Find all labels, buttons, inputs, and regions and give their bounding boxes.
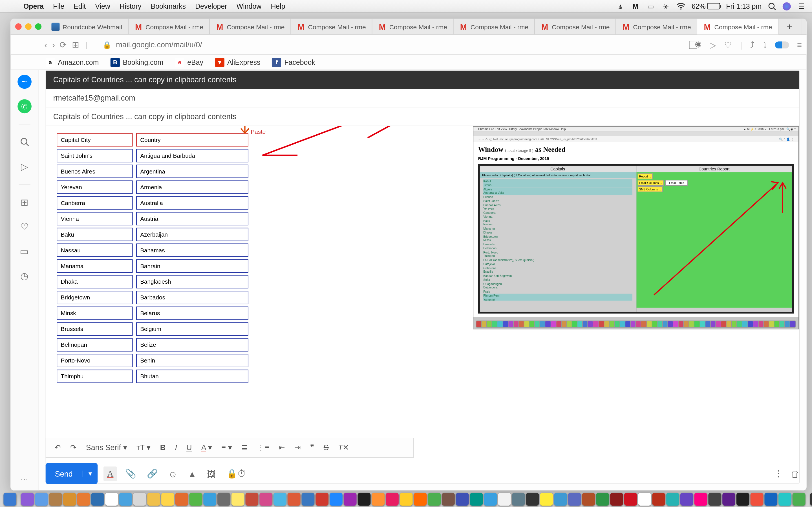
bookmark-item[interactable]: ▾AliExpress bbox=[215, 57, 260, 67]
menu-edit[interactable]: Edit bbox=[69, 2, 91, 10]
browser-tab[interactable]: MCompose Mail - rme bbox=[210, 18, 291, 34]
drive-button[interactable]: ▲ bbox=[186, 466, 199, 481]
dock-app-icon[interactable] bbox=[666, 493, 679, 506]
forward-button[interactable]: › bbox=[52, 40, 55, 50]
dock-app-icon[interactable] bbox=[596, 493, 609, 506]
attach-button[interactable]: 📎 bbox=[123, 466, 139, 481]
dock-app-icon[interactable] bbox=[737, 493, 749, 506]
bluetooth-icon[interactable]: ⚹ bbox=[661, 1, 670, 11]
app-menu[interactable]: Opera bbox=[18, 2, 48, 10]
vpn-toggle[interactable] bbox=[775, 41, 789, 48]
dock-app-icon[interactable] bbox=[540, 493, 553, 506]
dock-app-icon[interactable] bbox=[302, 493, 315, 506]
mcafee-icon[interactable]: M bbox=[631, 1, 640, 11]
font-select[interactable]: Sans Serif ▾ bbox=[84, 442, 130, 453]
menu-history[interactable]: History bbox=[115, 2, 146, 10]
link-button[interactable]: 🔗 bbox=[144, 466, 160, 481]
menubar-clock[interactable]: Fri 1:13 pm bbox=[726, 2, 762, 10]
dock-app-icon[interactable] bbox=[624, 493, 637, 506]
battery-indicator[interactable]: 62% bbox=[692, 2, 720, 10]
menu-window[interactable]: Window bbox=[232, 2, 266, 10]
menu-developer[interactable]: Developer bbox=[191, 2, 232, 10]
dock-app-icon[interactable] bbox=[161, 493, 174, 506]
dock-app-icon[interactable] bbox=[810, 493, 812, 506]
dock-app-icon[interactable] bbox=[568, 493, 581, 506]
browser-tab[interactable]: MCompose Mail - rme bbox=[129, 18, 210, 34]
bookmark-item[interactable]: fFacebook bbox=[272, 57, 315, 67]
notification-center-icon[interactable]: ☰ bbox=[797, 1, 806, 11]
dock-app-icon[interactable] bbox=[49, 493, 62, 506]
dock-app-icon[interactable] bbox=[764, 493, 777, 506]
reload-button[interactable]: ⟳ bbox=[59, 40, 67, 50]
dock-app-icon[interactable] bbox=[793, 493, 806, 506]
numbered-list-button[interactable]: ≣ bbox=[239, 442, 250, 453]
dock-app-icon[interactable] bbox=[91, 493, 104, 506]
speed-dial-icon[interactable]: ⊞ bbox=[17, 195, 31, 209]
dock-app-icon[interactable] bbox=[428, 493, 441, 506]
compose-subject[interactable]: Capitals of Countries ... can copy in cl… bbox=[46, 107, 799, 126]
dock-app-icon[interactable] bbox=[751, 493, 763, 506]
dock-app-icon[interactable] bbox=[414, 493, 427, 506]
airplay-icon[interactable]: ▭ bbox=[646, 1, 655, 11]
siri-icon[interactable] bbox=[783, 2, 791, 10]
wifi-icon[interactable] bbox=[676, 1, 686, 11]
dock-app-icon[interactable] bbox=[371, 493, 385, 506]
more-options-button[interactable]: ⋮ bbox=[771, 466, 785, 481]
dock-app-icon[interactable] bbox=[35, 493, 48, 506]
font-size-button[interactable]: тT ▾ bbox=[134, 442, 153, 453]
whatsapp-icon[interactable]: ✆ bbox=[17, 99, 31, 113]
browser-tab[interactable]: MCompose Mail - rme bbox=[372, 18, 454, 34]
bookmark-item[interactable]: aAmazon.com bbox=[46, 57, 99, 67]
format-toggle[interactable]: A bbox=[104, 466, 117, 481]
send-button[interactable]: Send▼ bbox=[46, 463, 98, 484]
strike-button[interactable]: S bbox=[321, 442, 331, 453]
flow-icon[interactable]: ▷ bbox=[17, 159, 31, 173]
bulleted-list-button[interactable]: ⋮≡ bbox=[255, 442, 271, 453]
dock-app-icon[interactable] bbox=[695, 493, 707, 506]
snapshot-icon[interactable]: ⃞◉ bbox=[695, 40, 702, 50]
dock-app-icon[interactable] bbox=[512, 493, 525, 506]
dock-app-icon[interactable] bbox=[708, 493, 721, 506]
dock-app-icon[interactable] bbox=[217, 493, 231, 506]
dock-app-icon[interactable] bbox=[400, 493, 413, 506]
compose-body[interactable]: Paste Capital CityCountrySaint John'sAnt… bbox=[46, 126, 799, 483]
dock-app-icon[interactable] bbox=[610, 493, 623, 506]
dock-app-icon[interactable] bbox=[722, 493, 735, 506]
undo-button[interactable]: ↶ bbox=[52, 442, 63, 453]
dock-app-icon[interactable] bbox=[778, 493, 792, 506]
dock-app-icon[interactable] bbox=[498, 493, 511, 506]
window-controls[interactable] bbox=[15, 23, 42, 30]
browser-tab[interactable]: MCompose Mail - rme bbox=[535, 18, 616, 34]
browser-tab[interactable]: MCompose Mail - rme bbox=[616, 18, 697, 34]
bookmarks-heart-icon[interactable]: ♡ bbox=[17, 219, 31, 233]
dock-app-icon[interactable] bbox=[273, 493, 287, 506]
dock-app-icon[interactable] bbox=[232, 493, 245, 506]
menu-file[interactable]: File bbox=[48, 2, 69, 10]
dock-app-icon[interactable] bbox=[246, 493, 259, 506]
browser-tab[interactable]: Roundcube Webmail bbox=[46, 18, 129, 34]
spotlight-icon[interactable] bbox=[767, 1, 777, 11]
dock-app-icon[interactable] bbox=[175, 493, 188, 506]
tabs-menu-button[interactable]: ≡ bbox=[801, 18, 807, 34]
upload-icon[interactable]: ⤴ bbox=[750, 40, 755, 49]
macos-dock[interactable] bbox=[3, 492, 808, 506]
discard-button[interactable]: 🗑 bbox=[791, 469, 800, 478]
dock-app-icon[interactable] bbox=[288, 493, 301, 506]
align-button[interactable]: ≡ ▾ bbox=[219, 442, 234, 453]
dock-app-icon[interactable] bbox=[190, 493, 202, 506]
clear-format-button[interactable]: T✕ bbox=[336, 442, 352, 453]
menu-bookmarks[interactable]: Bookmarks bbox=[146, 2, 191, 10]
dock-app-icon[interactable] bbox=[638, 493, 651, 506]
browser-tab[interactable]: MCompose Mail - rme bbox=[291, 18, 372, 34]
url-text[interactable]: mail.google.com/mail/u/0/ bbox=[116, 40, 202, 49]
dock-app-icon[interactable] bbox=[203, 493, 216, 506]
dock-app-icon[interactable] bbox=[484, 493, 497, 506]
dock-app-icon[interactable] bbox=[63, 493, 76, 506]
dock-app-icon[interactable] bbox=[344, 493, 357, 506]
dock-app-icon[interactable] bbox=[259, 493, 272, 506]
text-color-button[interactable]: A ▾ bbox=[199, 442, 214, 453]
dock-app-icon[interactable] bbox=[386, 493, 399, 506]
messenger-icon[interactable]: ~ bbox=[17, 75, 31, 89]
menu-help[interactable]: Help bbox=[266, 2, 290, 10]
bookmark-item[interactable]: BBooking.com bbox=[110, 57, 163, 67]
